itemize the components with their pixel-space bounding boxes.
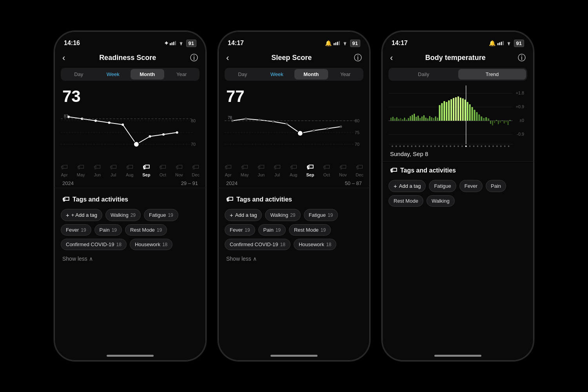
home-indicator-2 — [270, 355, 318, 357]
month-jul-1[interactable]: 🏷 Jul — [110, 163, 117, 177]
tab-month-1[interactable]: Month — [131, 69, 164, 80]
month-dec-1[interactable]: 🏷 Dec — [192, 163, 200, 177]
tag-fever-1[interactable]: Fever 19 — [61, 224, 91, 236]
tag-walking-3[interactable]: Walking — [426, 195, 455, 207]
month-nov-2[interactable]: 🏷 Nov — [339, 163, 347, 177]
svg-rect-96 — [467, 102, 468, 121]
tag-pain-2[interactable]: Pain 19 — [258, 224, 286, 236]
tag-pain-3[interactable]: Pain — [486, 180, 506, 192]
month-apr-1[interactable]: 🏷 Apr — [61, 163, 68, 177]
month-aug-1[interactable]: 🏷 Aug — [126, 163, 134, 177]
tag-covid-2[interactable]: Confirmed COVID-19 18 — [225, 239, 290, 250]
svg-rect-103 — [483, 118, 485, 121]
tag-fatigue-2[interactable]: Fatigue 19 — [304, 209, 338, 221]
tag-fever-3[interactable]: Fever — [459, 180, 483, 192]
month-oct-2[interactable]: 🏷 Oct — [323, 163, 330, 177]
phone-readiness: 14:16 ⌖ 91 ‹ Readiness Score ⓘ Day Week … — [54, 31, 207, 361]
svg-rect-86 — [443, 101, 445, 121]
month-sep-2[interactable]: 🏷 Sep — [306, 163, 314, 177]
svg-point-131 — [446, 145, 447, 147]
month-may-2[interactable]: 🏷 May — [241, 163, 249, 177]
back-button-2[interactable]: ‹ — [226, 53, 229, 63]
add-tag-button-1[interactable]: + + Add a tag — [61, 209, 102, 221]
month-nov-1[interactable]: 🏷 Nov — [175, 163, 183, 177]
svg-text:70: 70 — [355, 142, 359, 147]
back-button-1[interactable]: ‹ — [62, 53, 65, 63]
month-sep-1[interactable]: 🏷 Sep — [142, 163, 150, 177]
nav-bar-sleep: ‹ Sleep Score ⓘ — [218, 51, 370, 66]
page-title-3: Body temperature — [425, 54, 486, 62]
range-label-1: 29 – 91 — [181, 180, 198, 186]
month-jun-2[interactable]: 🏷 Jun — [258, 163, 265, 177]
tab-week-1[interactable]: Week — [96, 69, 130, 80]
svg-rect-67 — [406, 120, 407, 121]
tab-month-2[interactable]: Month — [294, 69, 328, 80]
month-dec-2[interactable]: 🏷 Dec — [356, 163, 363, 177]
tab-year-1[interactable]: Year — [165, 69, 199, 80]
tag-walking-2[interactable]: Walking 29 — [265, 209, 300, 221]
svg-point-144 — [496, 145, 498, 147]
svg-point-138 — [473, 145, 475, 147]
svg-rect-113 — [504, 121, 505, 123]
back-button-3[interactable]: ‹ — [390, 53, 393, 63]
battery-icon: 91 — [186, 40, 196, 47]
tag-icon: 🏷 — [192, 163, 199, 171]
svg-point-124 — [419, 145, 420, 147]
svg-rect-23 — [337, 42, 338, 45]
svg-point-121 — [407, 145, 408, 147]
info-button-1[interactable]: ⓘ — [190, 53, 198, 63]
svg-rect-115 — [508, 121, 509, 125]
tags-container-2: + Add a tag Walking 29 Fatigue 19 Fever … — [218, 207, 370, 252]
tag-section-icon-1: 🏷 — [62, 195, 69, 203]
tag-walking-1[interactable]: Walking 29 — [105, 209, 141, 221]
svg-rect-104 — [485, 117, 487, 121]
tab-trend[interactable]: Trend — [458, 69, 526, 80]
tag-fever-2[interactable]: Fever 19 — [225, 224, 255, 236]
svg-point-142 — [488, 145, 490, 147]
info-button-2[interactable]: ⓘ — [354, 53, 362, 63]
tab-day-1[interactable]: Day — [62, 69, 96, 80]
svg-point-125 — [423, 145, 424, 147]
tab-year-2[interactable]: Year — [329, 69, 363, 80]
tag-restmode-2[interactable]: Rest Mode 19 — [289, 224, 331, 236]
month-nav-1: 🏷 Apr 🏷 May 🏷 Jun 🏷 Jul 🏷 Aug 🏷 Sep — [54, 161, 206, 179]
year-range-2: 2024 50 – 87 — [218, 179, 370, 188]
svg-rect-90 — [453, 98, 454, 121]
tag-section-icon-3: 🏷 — [390, 166, 397, 174]
month-may-1[interactable]: 🏷 May — [77, 163, 85, 177]
month-jun-1[interactable]: 🏷 Jun — [94, 163, 101, 177]
tag-housework-1[interactable]: Housework 18 — [130, 239, 172, 250]
tag-restmode-1[interactable]: Rest Mode 19 — [125, 224, 167, 236]
signal-icon-3 — [497, 41, 504, 45]
svg-rect-107 — [492, 121, 493, 125]
home-indicator-3 — [434, 355, 481, 357]
info-button-3[interactable]: ⓘ — [518, 53, 526, 63]
battery-icon-2: 91 — [350, 40, 360, 47]
tag-covid-1[interactable]: Confirmed COVID-19 18 — [61, 239, 127, 250]
year-label-2: 2024 — [226, 180, 238, 186]
month-oct-1[interactable]: 🏷 Oct — [159, 163, 166, 177]
tag-restmode-3[interactable]: Rest Mode — [388, 195, 423, 207]
tab-week-2[interactable]: Week — [260, 69, 294, 80]
tag-housework-2[interactable]: Housework 18 — [294, 239, 336, 250]
svg-rect-60 — [392, 117, 394, 121]
svg-rect-89 — [450, 99, 452, 121]
svg-rect-43 — [497, 43, 499, 45]
add-tag-button-3[interactable]: + Add a tag — [388, 180, 426, 192]
month-aug-2[interactable]: 🏷 Aug — [290, 163, 298, 177]
svg-text:75: 75 — [355, 130, 359, 135]
home-indicator-1 — [107, 355, 154, 357]
tab-day-2[interactable]: Day — [226, 69, 260, 80]
month-apr-2[interactable]: 🏷 Apr — [225, 163, 232, 177]
tab-daily[interactable]: Daily — [390, 69, 457, 80]
svg-rect-63 — [398, 119, 399, 121]
show-less-button-2[interactable]: Show less ∧ — [218, 252, 370, 266]
show-less-button-1[interactable]: Show less ∧ — [54, 252, 206, 266]
add-tag-button-2[interactable]: + Add a tag — [225, 209, 262, 221]
svg-rect-61 — [394, 118, 396, 121]
tag-fatigue-3[interactable]: Fatigue — [429, 180, 456, 192]
month-jul-2[interactable]: 🏷 Jul — [274, 163, 281, 177]
status-time-1: 14:16 — [64, 40, 80, 47]
tag-fatigue-1[interactable]: Fatigue 19 — [144, 209, 178, 221]
tag-pain-1[interactable]: Pain 19 — [94, 224, 122, 236]
